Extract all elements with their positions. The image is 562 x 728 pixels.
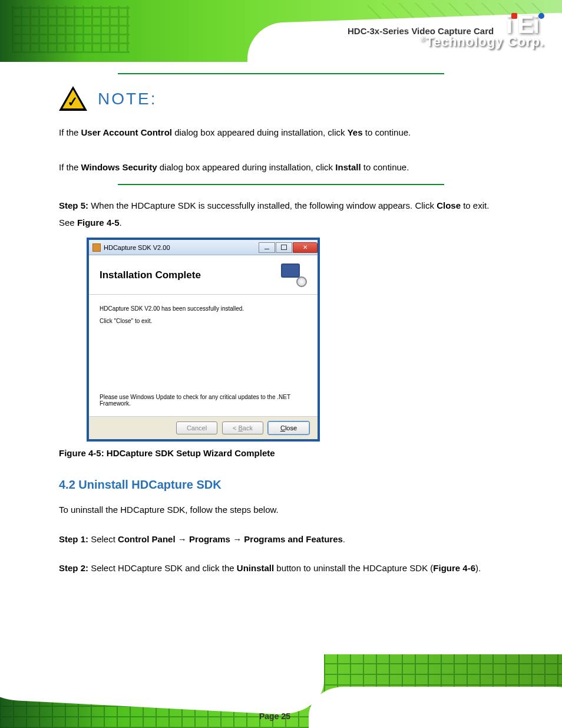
dialog-footer: Cancel < Back Close [89,416,318,439]
uninstall-intro: To uninstall the HDCapture SDK, follow t… [59,501,503,518]
note-body: If the User Account Control dialog box a… [59,124,503,176]
white-swoosh [309,687,562,728]
note-label: NOTE: [98,90,157,108]
window-controls [258,242,318,253]
uninstall-step-2: Step 2: Select HDCapture SDK and click t… [59,559,503,577]
dialog-heading: Installation Complete [100,269,281,281]
page-label: Page 25 [259,711,290,721]
dialog-body: HDCapture SDK V2.00 has been successfull… [89,295,318,394]
divider [118,184,444,185]
arrow-icon: → [233,534,242,544]
cancel-button[interactable]: Cancel [176,421,217,434]
minimize-button[interactable] [259,242,275,253]
titlebar: HDCapture SDK V2.00 [89,240,318,255]
screenshot-dialog: HDCapture SDK V2.00 Installation Complet… [88,239,503,440]
dialog-footer-note: Please use Windows Update to check for a… [89,394,318,416]
arrow-icon: → [178,534,187,544]
window-title: HDCapture SDK V2.00 [104,244,258,251]
divider [118,73,444,74]
section-heading: 4.2 Uninstall HDCapture SDK [59,478,503,492]
note-block: ✓ NOTE: [59,86,503,112]
installer-window: HDCapture SDK V2.00 Installation Complet… [88,239,318,440]
step-number: Step 5: [59,200,88,210]
installer-art-icon [281,263,307,287]
uninstall-step-1: Step 1: Select Control Panel → Programs … [59,531,503,548]
dialog-body-line: Click "Close" to exit. [100,318,307,324]
close-button[interactable]: Close [268,421,309,434]
figure-caption: Figure 4-5: HDCapture SDK Setup Wizard C… [59,448,503,458]
tagline-text: Technology Corp. [426,34,544,49]
note-icon: ✓ [59,86,87,112]
logo-tagline: ®Technology Corp. [420,34,544,50]
maximize-button[interactable] [276,242,292,253]
page-content: ✓ NOTE: If the User Account Control dial… [0,65,562,580]
dialog-body-line: HDCapture SDK V2.00 has been successfull… [100,305,307,312]
back-button[interactable]: < Back [222,421,263,434]
product-name: HDC-3x-Series Video Capture Card [348,26,494,36]
step-number: Step 2: [59,563,88,573]
step-number: Step 1: [59,534,88,544]
window-icon [92,243,101,252]
step-5: Step 5: When the HDCapture SDK is succes… [59,197,503,232]
close-window-button[interactable] [293,242,318,253]
dialog-header: Installation Complete [89,255,318,295]
